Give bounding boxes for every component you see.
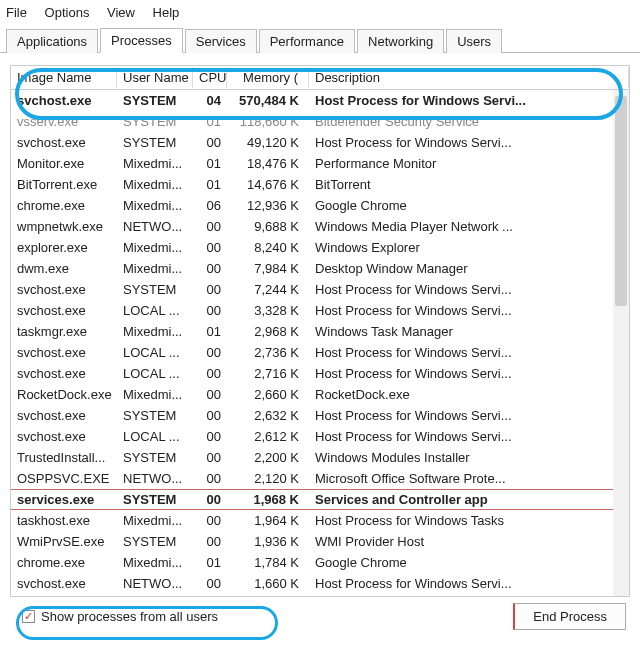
cell-desc: Services and Controller app [309, 490, 629, 509]
cell-desc: Google Chrome [309, 553, 629, 572]
menu-options[interactable]: Options [45, 5, 90, 20]
cell-mem: 1,968 K [227, 490, 309, 509]
cell-cpu: 00 [193, 469, 227, 488]
tab-networking[interactable]: Networking [357, 29, 444, 53]
table-row[interactable]: svchost.exeSYSTEM0049,120 KHost Process … [11, 132, 629, 153]
cell-img: taskhost.exe [11, 511, 117, 530]
cell-cpu: 00 [193, 574, 227, 593]
table-row[interactable]: svchost.exeSYSTEM04570,484 KHost Process… [11, 90, 629, 111]
cell-mem: 2,736 K [227, 343, 309, 362]
scrollbar[interactable] [613, 90, 629, 596]
cell-user: Mixedmi... [117, 196, 193, 215]
cell-mem: 2,120 K [227, 469, 309, 488]
table-row[interactable]: taskhost.exeMixedmi...001,964 KHost Proc… [11, 510, 629, 531]
table-row[interactable]: taskmgr.exeMixedmi...012,968 KWindows Ta… [11, 321, 629, 342]
table-row[interactable]: svchost.exeSYSTEM007,244 KHost Process f… [11, 279, 629, 300]
tab-applications[interactable]: Applications [6, 29, 98, 53]
cell-desc: Performance Monitor [309, 154, 629, 173]
cell-mem: 12,936 K [227, 196, 309, 215]
cell-mem: 1,964 K [227, 511, 309, 530]
table-row[interactable]: svchost.exeLOCAL ...002,716 KHost Proces… [11, 363, 629, 384]
table-row[interactable]: chrome.exeMixedmi...011,784 KGoogle Chro… [11, 552, 629, 573]
table-row[interactable]: services.exeSYSTEM001,968 KServices and … [11, 489, 629, 510]
show-all-users-checkbox[interactable]: ✓ Show processes from all users [14, 607, 226, 626]
cell-cpu: 00 [193, 490, 227, 509]
cell-mem: 2,660 K [227, 385, 309, 404]
header-user-name[interactable]: User Name [117, 67, 193, 88]
cell-desc: BitTorrent [309, 175, 629, 194]
cell-user: SYSTEM [117, 490, 193, 509]
cell-cpu: 00 [193, 343, 227, 362]
cell-user: LOCAL ... [117, 427, 193, 446]
cell-cpu: 04 [193, 91, 227, 110]
table-row[interactable]: svchost.exeLOCAL ...002,736 KHost Proces… [11, 342, 629, 363]
table-row[interactable]: svchost.exeLOCAL ...003,328 KHost Proces… [11, 300, 629, 321]
menu-view[interactable]: View [107, 5, 135, 20]
cell-cpu: 00 [193, 406, 227, 425]
cell-img: svchost.exe [11, 406, 117, 425]
cell-user: Mixedmi... [117, 511, 193, 530]
table-row[interactable]: explorer.exeMixedmi...008,240 KWindows E… [11, 237, 629, 258]
cell-desc: Host Process for Windows Servi... [309, 364, 629, 383]
table-row[interactable]: OSPPSVC.EXENETWO...002,120 KMicrosoft Of… [11, 468, 629, 489]
cell-cpu: 00 [193, 385, 227, 404]
cell-img: vsserv.exe [11, 112, 117, 131]
table-row[interactable]: svchost.exeNETWO...001,660 KHost Process… [11, 573, 629, 594]
cell-cpu: 06 [193, 196, 227, 215]
cell-img: svchost.exe [11, 427, 117, 446]
table-row[interactable]: RocketDock.exeMixedmi...002,660 KRocketD… [11, 384, 629, 405]
cell-user: Mixedmi... [117, 238, 193, 257]
cell-img: taskmgr.exe [11, 322, 117, 341]
table-row[interactable]: Monitor.exeMixedmi...0118,476 KPerforman… [11, 153, 629, 174]
cell-user: Mixedmi... [117, 154, 193, 173]
cell-desc: Bitdefender Security Service [309, 112, 629, 131]
cell-desc: Windows Media Player Network ... [309, 217, 629, 236]
cell-desc: WMI Provider Host [309, 532, 629, 551]
checkbox-icon: ✓ [22, 610, 35, 623]
table-row[interactable]: WmiPrvSE.exeSYSTEM001,936 KWMI Provider … [11, 531, 629, 552]
scrollbar-thumb[interactable] [615, 96, 627, 306]
cell-img: svchost.exe [11, 574, 117, 593]
cell-img: svchost.exe [11, 364, 117, 383]
table-row[interactable]: TrustedInstall...SYSTEM002,200 KWindows … [11, 447, 629, 468]
cell-mem: 1,936 K [227, 532, 309, 551]
cell-desc: Windows Task Manager [309, 322, 629, 341]
table-row[interactable]: BitTorrent.exeMixedmi...0114,676 KBitTor… [11, 174, 629, 195]
cell-cpu: 00 [193, 280, 227, 299]
table-row[interactable]: svchost.exeLOCAL ...002,612 KHost Proces… [11, 426, 629, 447]
cell-mem: 2,716 K [227, 364, 309, 383]
cell-mem: 9,688 K [227, 217, 309, 236]
cell-user: SYSTEM [117, 532, 193, 551]
table-row[interactable]: svchost.exeSYSTEM002,632 KHost Process f… [11, 405, 629, 426]
cell-user: Mixedmi... [117, 553, 193, 572]
cell-cpu: 00 [193, 448, 227, 467]
cell-desc: Host Process for Windows Servi... [309, 280, 629, 299]
tab-performance[interactable]: Performance [259, 29, 355, 53]
cell-mem: 8,240 K [227, 238, 309, 257]
tab-processes[interactable]: Processes [100, 28, 183, 53]
menu-file[interactable]: File [6, 5, 27, 20]
tab-users[interactable]: Users [446, 29, 502, 53]
header-description[interactable]: Description [309, 67, 629, 88]
cell-cpu: 00 [193, 238, 227, 257]
cell-user: NETWO... [117, 469, 193, 488]
cell-mem: 18,476 K [227, 154, 309, 173]
cell-desc: Host Process for Windows Servi... [309, 406, 629, 425]
cell-cpu: 00 [193, 532, 227, 551]
table-row[interactable]: dwm.exeMixedmi...007,984 KDesktop Window… [11, 258, 629, 279]
cell-desc: Host Process for Windows Servi... [309, 133, 629, 152]
tab-bar: Applications Processes Services Performa… [0, 27, 640, 53]
header-memory[interactable]: Memory ( [227, 67, 309, 88]
cell-user: SYSTEM [117, 91, 193, 110]
table-row[interactable]: wmpnetwk.exeNETWO...009,688 KWindows Med… [11, 216, 629, 237]
cell-img: WmiPrvSE.exe [11, 532, 117, 551]
cell-img: wmpnetwk.exe [11, 217, 117, 236]
table-row[interactable]: chrome.exeMixedmi...0612,936 KGoogle Chr… [11, 195, 629, 216]
header-image-name[interactable]: Image Name [11, 67, 117, 88]
cell-img: explorer.exe [11, 238, 117, 257]
table-row[interactable]: vsserv.exeSYSTEM01118,660 KBitdefender S… [11, 111, 629, 132]
menu-help[interactable]: Help [153, 5, 180, 20]
header-cpu[interactable]: CPU [193, 67, 227, 88]
end-process-button[interactable]: End Process [513, 603, 626, 630]
tab-services[interactable]: Services [185, 29, 257, 53]
